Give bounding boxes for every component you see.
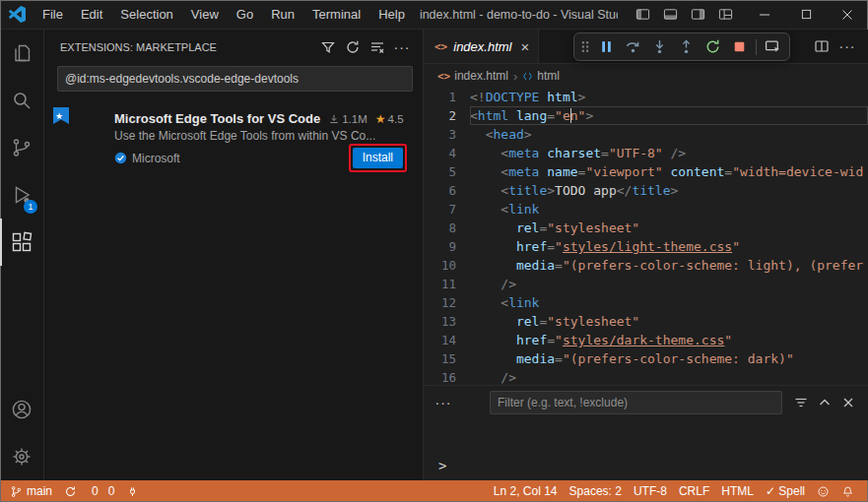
breadcrumb-file[interactable]: <> index.html [437, 69, 508, 83]
drag-grip-icon[interactable] [578, 35, 592, 59]
menu-edit[interactable]: Edit [72, 0, 111, 30]
menu-terminal[interactable]: Terminal [303, 0, 369, 30]
tab-index-html[interactable]: <> index.html × [424, 30, 539, 63]
console-filter-input[interactable] [491, 396, 781, 409]
source-control-icon[interactable] [0, 124, 43, 171]
statusbar-cursor-position[interactable]: Ln 2, Col 14 [488, 480, 564, 502]
code-line-3[interactable]: 3 <head> [424, 125, 868, 144]
line-number: 13 [424, 312, 470, 331]
clear-search-results-icon[interactable] [367, 36, 388, 58]
code-line-5[interactable]: 5 <meta name="viewport" content="width=d… [424, 162, 868, 181]
pause-icon[interactable] [594, 35, 619, 59]
symbol-icon [522, 71, 533, 82]
minimize-button[interactable] [744, 0, 785, 30]
tab-close-icon[interactable]: × [521, 39, 530, 54]
code-line-6[interactable]: 6 <title>TODO app</title> [424, 181, 868, 200]
code-line-15[interactable]: 15 media="(prefers-color-scheme: dark)" [424, 349, 868, 368]
featured-star-badge-icon: ★ [53, 107, 69, 124]
html-file-icon: <> [434, 40, 447, 53]
line-number: 5 [424, 162, 470, 181]
panel-filter-icon[interactable] [790, 392, 812, 413]
code-line-2[interactable]: 2<html lang="en"> [424, 106, 868, 125]
console-input-row[interactable]: > [424, 458, 868, 480]
statusbar-sync-icon[interactable] [58, 480, 83, 502]
statusbar-problems[interactable]: 0 0 [83, 484, 120, 498]
code-line-9[interactable]: 9 href="styles/light-theme.css" [424, 237, 868, 256]
inspect-icon[interactable] [761, 35, 785, 59]
step-over-icon[interactable] [621, 35, 645, 59]
code-line-16[interactable]: 16 /> [424, 368, 868, 385]
refresh-icon[interactable] [342, 36, 364, 58]
run-and-debug-icon[interactable]: 1 [0, 171, 43, 219]
settings-gear-icon[interactable] [0, 433, 43, 480]
statusbar-spell-checker[interactable]: ✓ Spell [760, 480, 811, 502]
explorer-icon[interactable] [0, 30, 43, 77]
menu-run[interactable]: Run [262, 0, 303, 30]
code-line-1[interactable]: 1<!DOCTYPE html> [424, 88, 868, 106]
restart-icon[interactable] [701, 35, 725, 59]
menu-selection[interactable]: Selection [111, 0, 181, 30]
extension-list-item[interactable]: ★ Microsoft Edge Tools for VS Code 1.1M … [44, 101, 423, 178]
menu-help[interactable]: Help [369, 0, 414, 30]
toggle-panel-icon[interactable] [657, 3, 683, 27]
editor-more-actions-icon[interactable]: ··· [836, 35, 858, 57]
extensions-search-box [57, 66, 413, 92]
maximize-button[interactable] [785, 0, 827, 30]
breadcrumb-symbol[interactable]: html [522, 69, 560, 83]
line-content: <html lang="en"> [470, 106, 593, 125]
line-content: <!DOCTYPE html> [470, 88, 585, 106]
menu-file[interactable]: File [33, 0, 72, 30]
filter-funnel-icon[interactable] [317, 36, 339, 58]
split-editor-icon[interactable] [811, 35, 833, 57]
step-out-icon[interactable] [674, 35, 699, 59]
close-button[interactable] [827, 0, 868, 30]
menu-go[interactable]: Go [228, 0, 262, 30]
statusbar-branch[interactable]: main [4, 480, 58, 502]
line-content: <title>TODO app</title> [470, 181, 678, 200]
extensions-icon[interactable] [0, 219, 43, 266]
install-button[interactable]: Install [353, 148, 403, 168]
panel-close-icon[interactable] [837, 392, 859, 413]
extensions-search-input[interactable] [58, 72, 412, 86]
code-line-7[interactable]: 7 <link [424, 200, 868, 219]
code-line-13[interactable]: 13 rel="stylesheet" [424, 312, 868, 331]
search-icon[interactable] [0, 77, 43, 124]
statusbar-encoding[interactable]: UTF-8 [628, 480, 673, 502]
customize-layout-icon[interactable] [712, 3, 738, 27]
more-actions-icon[interactable]: ··· [391, 36, 413, 58]
extension-installs: 1.1M [328, 113, 367, 125]
line-number: 3 [424, 125, 470, 144]
step-into-icon[interactable] [647, 35, 672, 59]
line-content: rel="stylesheet" [470, 219, 639, 237]
warnings-count: 0 [108, 484, 115, 498]
menu-view[interactable]: View [182, 0, 228, 30]
line-number: 10 [424, 256, 470, 275]
code-area[interactable]: 1<!DOCTYPE html>2<html lang="en">3 <head… [424, 88, 868, 385]
stop-icon[interactable] [727, 35, 752, 59]
toggle-secondary-sidebar-icon[interactable] [685, 3, 710, 27]
code-line-4[interactable]: 4 <meta charset="UTF-8" /> [424, 144, 868, 162]
toolbar-separator [756, 39, 757, 55]
code-line-14[interactable]: 14 href="styles/dark-theme.css" [424, 331, 868, 349]
statusbar-language-mode[interactable]: HTML [715, 480, 760, 502]
console-filter-box [490, 391, 782, 414]
window-controls [744, 0, 868, 30]
statusbar-debug-connect-icon[interactable] [120, 480, 145, 502]
notifications-bell-icon[interactable] [835, 480, 860, 502]
statusbar-indentation[interactable]: Spaces: 2 [564, 480, 628, 502]
line-number: 7 [424, 200, 470, 219]
toggle-primary-sidebar-icon[interactable] [630, 3, 655, 27]
extension-name: Microsoft Edge Tools for VS Code [114, 111, 320, 126]
statusbar-eol[interactable]: CRLF [673, 480, 715, 502]
code-line-12[interactable]: 12 <link [424, 293, 868, 312]
line-number: 9 [424, 237, 470, 256]
line-content: media="(prefers-color-scheme: light), (p… [470, 256, 863, 275]
code-line-11[interactable]: 11 /> [424, 275, 868, 293]
sidebar-header: EXTENSIONS: MARKETPLACE ··· [44, 30, 423, 64]
panel-more-tabs-icon[interactable]: ··· [433, 392, 454, 413]
code-line-10[interactable]: 10 media="(prefers-color-scheme: light),… [424, 256, 868, 275]
feedback-icon[interactable] [811, 480, 835, 502]
code-line-8[interactable]: 8 rel="stylesheet" [424, 219, 868, 237]
panel-collapse-icon[interactable] [814, 392, 835, 413]
account-icon[interactable] [0, 386, 43, 433]
